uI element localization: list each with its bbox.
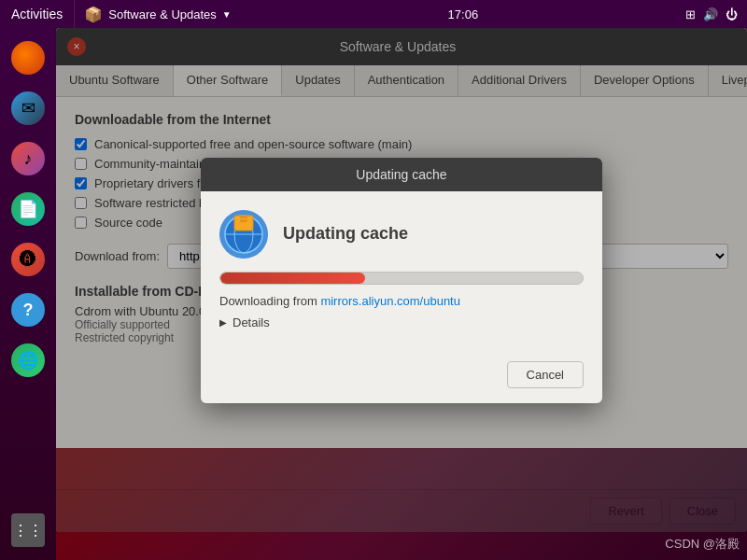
modal-body: Updating cache Downloading from mirrors.… — [201, 191, 602, 361]
sidebar-item-music[interactable]: ♪ — [6, 136, 50, 181]
firefox-icon — [11, 41, 45, 75]
progress-bar-fill — [220, 273, 365, 284]
power-icon[interactable]: ⏻ — [726, 7, 738, 21]
grid-icon: ⋮⋮ — [11, 513, 45, 547]
modal-heading: Updating cache — [283, 224, 408, 244]
activities-button[interactable]: Activities — [0, 0, 74, 28]
details-toggle[interactable]: ▶ Details — [219, 315, 584, 329]
modal-dialog: Updating cache — [201, 158, 602, 403]
modal-titlebar: Updating cache — [201, 158, 602, 191]
sidebar-item-grid[interactable]: ⋮⋮ — [6, 508, 50, 553]
system-tray: ⊞ 🔊 ⏻ — [685, 7, 747, 21]
sidebar-item-docs[interactable]: 📄 — [6, 187, 50, 231]
help-icon: ? — [11, 293, 45, 327]
mail-icon: ✉ — [11, 91, 45, 125]
sidebar-item-files[interactable]: 🌐 — [6, 338, 50, 383]
modal-header-row: Updating cache — [219, 210, 584, 259]
sidebar-item-mail[interactable]: ✉ — [6, 86, 50, 131]
app-indicator[interactable]: 📦 Software & Updates ▼ — [74, 0, 241, 28]
files-icon: 🌐 — [11, 343, 45, 377]
sidebar-item-help[interactable]: ? — [6, 287, 50, 332]
network-icon[interactable]: ⊞ — [685, 7, 696, 21]
modal-footer: Cancel — [201, 361, 602, 403]
details-label: Details — [233, 315, 270, 329]
software-icon: 🅐 — [11, 243, 45, 276]
docs-icon: 📄 — [11, 192, 45, 226]
cancel-button[interactable]: Cancel — [507, 361, 584, 388]
app-label: Software & Updates — [108, 7, 217, 21]
sidebar-item-firefox[interactable] — [6, 35, 50, 80]
sidebar: ✉ ♪ 📄 🅐 ? 🌐 ⋮⋮ — [0, 28, 56, 560]
modal-title: Updating cache — [356, 167, 446, 182]
music-icon: ♪ — [11, 142, 45, 175]
volume-icon[interactable]: 🔊 — [703, 7, 718, 21]
dropdown-arrow-icon: ▼ — [222, 9, 232, 20]
clock: 17:06 — [241, 7, 685, 21]
main-window: × Software & Updates Ubuntu Software Oth… — [56, 28, 747, 532]
download-prefix: Downloading from — [219, 294, 317, 308]
taskbar: Activities 📦 Software & Updates ▼ 17:06 … — [0, 0, 747, 28]
modal-download-url: mirrors.aliyun.com/ubuntu — [320, 294, 460, 308]
modal-overlay: Updating cache — [56, 28, 747, 532]
modal-package-icon — [219, 210, 268, 259]
progress-bar-container — [219, 272, 584, 285]
sidebar-item-software[interactable]: 🅐 — [6, 237, 50, 282]
details-arrow-icon: ▶ — [219, 317, 227, 328]
watermark: CSDN @洛殿 — [665, 536, 740, 553]
modal-download-text: Downloading from mirrors.aliyun.com/ubun… — [219, 294, 584, 308]
